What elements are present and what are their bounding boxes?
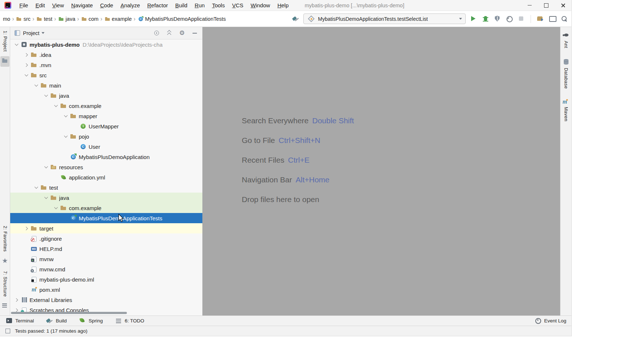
tree-item-mvn[interactable]: .mvn — [10, 60, 202, 70]
collapse-chevron-icon[interactable] — [52, 101, 60, 111]
tool-button-6-todo[interactable]: 6: TODO — [115, 317, 144, 325]
project-panel-title: Project — [23, 30, 39, 36]
collapse-chevron-icon[interactable] — [42, 90, 50, 101]
tool-button-database[interactable]: Database — [562, 58, 570, 89]
collapse-chevron-icon[interactable] — [42, 162, 50, 172]
breadcrumb-test[interactable]: test — [36, 16, 52, 22]
menu-run[interactable]: Run — [191, 0, 209, 11]
minimize-button[interactable] — [521, 0, 538, 11]
maximize-button[interactable] — [538, 0, 555, 11]
project-folder-tool-icon — [1, 57, 9, 65]
tool-button-ant[interactable]: Ant — [562, 31, 570, 48]
menu-analyze[interactable]: Analyze — [117, 0, 143, 11]
menu-help[interactable]: Help — [274, 0, 292, 11]
locate-icon[interactable] — [153, 30, 160, 36]
monitor-icon[interactable] — [548, 15, 556, 23]
tree-item-mybatis-plus-demo-iml[interactable]: mybatis-plus-demo.iml — [10, 274, 202, 284]
run-configuration-select[interactable]: MybatisPlusDemoApplicationTests.testSele… — [303, 13, 466, 24]
breadcrumb-separator-icon — [133, 16, 135, 22]
favorites-star-button[interactable] — [0, 256, 9, 267]
tree-item-pojo[interactable]: pojo — [10, 131, 202, 142]
tree-item-application-yml[interactable]: application.yml — [10, 172, 202, 182]
tree-item-java[interactable]: java — [10, 193, 202, 203]
tree-item-resources[interactable]: resources — [10, 162, 202, 172]
tree-item-src[interactable]: src — [10, 70, 202, 80]
collapse-chevron-icon[interactable] — [22, 70, 31, 80]
expand-chevron-icon[interactable] — [12, 295, 21, 305]
breadcrumb-mybatisplusdemoapplicationtests[interactable]: CMybatisPlusDemoApplicationTests — [137, 16, 226, 22]
hide-icon[interactable] — [191, 30, 198, 36]
tree-item-com-example[interactable]: com.example — [10, 203, 202, 213]
collapse-chevron-icon[interactable] — [62, 111, 70, 121]
project-folder-tool-button[interactable] — [0, 56, 9, 67]
menu-navigate[interactable]: Navigate — [67, 0, 96, 11]
tree-item-mybatisplusdemoapplicationtests[interactable]: CMybatisPlusDemoApplicationTests — [10, 213, 202, 223]
menu-vcs[interactable]: VCS — [228, 0, 247, 11]
tree-item-mybatisplusdemoapplication[interactable]: CMybatisPlusDemoApplication — [10, 152, 202, 162]
menu-edit[interactable]: Edit — [32, 0, 48, 11]
tree-item-usermapper[interactable]: IUserMapper — [10, 121, 202, 131]
tree-item-gitignore[interactable]: .gitignore — [10, 233, 202, 244]
menu-file[interactable]: File — [16, 0, 32, 11]
tree-item-mvnw-cmd[interactable]: mvnw.cmd — [10, 264, 202, 274]
collapse-chevron-icon[interactable] — [52, 203, 60, 213]
collapse-all-icon[interactable] — [166, 30, 172, 36]
status-square-icon[interactable] — [4, 327, 12, 335]
profiler-icon[interactable] — [505, 15, 513, 23]
menu-window[interactable]: Window — [247, 0, 273, 11]
menu-refactor[interactable]: Refactor — [144, 0, 172, 11]
collapse-chevron-icon[interactable] — [62, 131, 70, 142]
project-view-selector[interactable]: Project — [23, 30, 44, 36]
build-hammer-icon[interactable] — [292, 15, 300, 23]
tool-button-spring[interactable]: Spring — [78, 317, 103, 325]
structure-tool-button[interactable] — [0, 301, 9, 312]
run-icon[interactable] — [469, 15, 477, 23]
tool-button-2-favorites[interactable]: 2: Favorites — [3, 226, 8, 252]
horizontal-scrollbar[interactable] — [11, 312, 127, 314]
tree-item-pom-xml[interactable]: mpom.xml — [10, 284, 202, 295]
folder-arrow-icon[interactable] — [536, 15, 544, 23]
menu-code[interactable]: Code — [97, 0, 117, 11]
tree-item-idea[interactable]: .idea — [10, 50, 202, 60]
menu-build[interactable]: Build — [171, 0, 191, 11]
expand-chevron-icon[interactable] — [22, 223, 31, 233]
tree-item-mvnw[interactable]: mvnw — [10, 254, 202, 264]
coverage-icon[interactable] — [493, 15, 501, 23]
tree-item-help-md[interactable]: MDHELP.md — [10, 244, 202, 254]
search-icon[interactable] — [560, 15, 568, 23]
tool-button-build[interactable]: Build — [46, 317, 67, 325]
tree-item-mybatis-plus-demo[interactable]: mybatis-plus-demoD:\IdeaProjects\IdeaPro… — [10, 39, 202, 50]
tree-item-test[interactable]: test — [10, 182, 202, 193]
breadcrumb-java[interactable]: java — [58, 16, 75, 22]
tree-item-target[interactable]: target — [10, 223, 202, 233]
tool-button-1-project[interactable]: 1: Project — [3, 31, 8, 52]
menu-view[interactable]: View — [48, 0, 67, 11]
tool-button-maven[interactable]: mMaven — [562, 98, 570, 121]
breadcrumb-mo[interactable]: mo — [3, 16, 10, 22]
tool-button-terminal[interactable]: Terminal — [5, 317, 34, 325]
close-button[interactable] — [555, 0, 571, 11]
tree-item-com-example[interactable]: com.example — [10, 101, 202, 111]
collapse-chevron-icon[interactable] — [12, 39, 21, 50]
collapse-chevron-icon[interactable] — [32, 80, 40, 90]
expand-chevron-icon[interactable] — [22, 60, 31, 70]
favorites-star-icon — [1, 256, 9, 265]
tree-item-main[interactable]: main — [10, 80, 202, 90]
collapse-chevron-icon[interactable] — [42, 193, 50, 203]
breadcrumb-example[interactable]: example — [104, 16, 132, 22]
tree-indent — [52, 172, 60, 182]
menu-tools[interactable]: Tools — [208, 0, 228, 11]
tool-button-event-log[interactable]: Event Log — [534, 317, 566, 325]
debug-icon[interactable] — [481, 15, 489, 23]
breadcrumb-src[interactable]: src — [16, 16, 30, 22]
collapse-chevron-icon[interactable] — [32, 182, 40, 193]
tree-item-java[interactable]: java — [10, 90, 202, 101]
tree-item-user[interactable]: CUser — [10, 142, 202, 152]
tree-item-external-libraries[interactable]: External Libraries — [10, 295, 202, 305]
stop-icon[interactable] — [517, 15, 525, 23]
tree-item-mapper[interactable]: mapper — [10, 111, 202, 121]
tool-button-7-structure[interactable]: 7: Structure — [3, 271, 8, 297]
breadcrumb-com[interactable]: com — [81, 16, 98, 22]
settings-gear-icon[interactable] — [179, 30, 185, 36]
expand-chevron-icon[interactable] — [22, 50, 31, 60]
